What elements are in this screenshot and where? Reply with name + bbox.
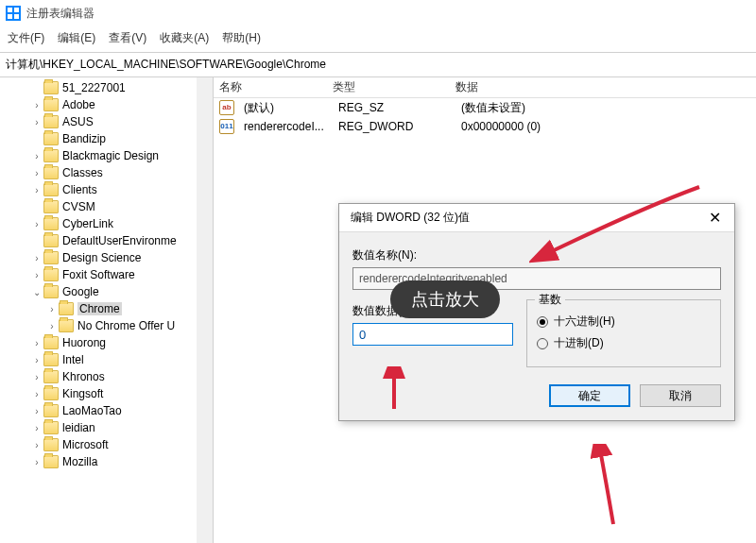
tree-item-label: Huorong bbox=[62, 336, 106, 349]
folder-icon bbox=[43, 370, 59, 383]
folder-icon bbox=[43, 353, 59, 366]
window-title: 注册表编辑器 bbox=[26, 6, 94, 22]
folder-icon bbox=[43, 438, 59, 451]
tree-item[interactable]: ›No Chrome Offer U bbox=[0, 317, 213, 334]
edit-dword-dialog: 编辑 DWORD (32 位)值 ✕ 数值名称(N): 数值数据(V): 基数 … bbox=[338, 203, 735, 421]
menu-help[interactable]: 帮助(H) bbox=[222, 30, 261, 46]
chevron-right-icon[interactable]: › bbox=[30, 151, 43, 161]
chevron-right-icon[interactable]: › bbox=[30, 117, 43, 127]
folder-icon bbox=[43, 387, 59, 400]
radix-group: 基数 十六进制(H) 十进制(D) bbox=[526, 299, 721, 367]
folder-icon bbox=[43, 336, 59, 349]
tree-item-label: Classes bbox=[62, 166, 103, 179]
tree-item-label: Bandizip bbox=[62, 132, 106, 145]
tree-item[interactable]: ›Intel bbox=[0, 351, 213, 368]
tree-item[interactable]: ›Huorong bbox=[0, 334, 213, 351]
radio-dec[interactable]: 十进制(D) bbox=[537, 335, 711, 351]
tree-item[interactable]: ›leidian bbox=[0, 419, 213, 436]
tree-item[interactable]: ›Foxit Software bbox=[0, 266, 213, 283]
chevron-right-icon[interactable]: › bbox=[45, 321, 59, 331]
regedit-icon bbox=[6, 6, 21, 21]
folder-icon bbox=[43, 455, 59, 468]
tree-item[interactable]: ⌄Google bbox=[0, 283, 213, 300]
chevron-right-icon[interactable]: › bbox=[30, 423, 43, 433]
value-name-input[interactable] bbox=[352, 267, 721, 290]
list-row[interactable]: ab(默认)REG_SZ(数值未设置) bbox=[214, 98, 756, 117]
tree-item-label: CVSM bbox=[62, 200, 95, 213]
folder-icon bbox=[43, 81, 59, 94]
menu-file[interactable]: 文件(F) bbox=[8, 30, 44, 46]
tree-item[interactable]: 51_2227001 bbox=[0, 79, 213, 96]
chevron-right-icon[interactable]: › bbox=[30, 457, 43, 467]
radio-hex[interactable]: 十六进制(H) bbox=[537, 314, 711, 330]
chevron-right-icon[interactable]: › bbox=[30, 338, 43, 348]
tree-item-label: Foxit Software bbox=[62, 268, 135, 281]
chevron-right-icon[interactable]: › bbox=[45, 304, 59, 314]
tree-item[interactable]: DefaultUserEnvironme bbox=[0, 232, 213, 249]
chevron-right-icon[interactable]: › bbox=[30, 219, 43, 229]
tree-item[interactable]: ›Clients bbox=[0, 181, 213, 198]
tree-item-label: CyberLink bbox=[62, 217, 113, 230]
tree-item-label: ASUS bbox=[62, 115, 94, 128]
radio-hex-label: 十六进制(H) bbox=[554, 314, 615, 330]
radio-dec-label: 十进制(D) bbox=[554, 335, 604, 351]
folder-icon bbox=[43, 268, 59, 281]
tree-item[interactable]: ›Chrome bbox=[0, 300, 213, 317]
ok-button[interactable]: 确定 bbox=[549, 384, 630, 407]
menu-edit[interactable]: 编辑(E) bbox=[58, 30, 95, 46]
cancel-button[interactable]: 取消 bbox=[640, 384, 721, 407]
col-type[interactable]: 类型 bbox=[327, 79, 450, 95]
cell-name: (默认) bbox=[238, 100, 333, 116]
folder-icon bbox=[43, 149, 59, 162]
tree-item[interactable]: ›Blackmagic Design bbox=[0, 147, 213, 164]
chevron-down-icon[interactable]: ⌄ bbox=[30, 287, 43, 297]
tree-item[interactable]: ›Adobe bbox=[0, 96, 213, 113]
col-name[interactable]: 名称 bbox=[214, 79, 327, 95]
cell-data: (数值未设置) bbox=[455, 100, 756, 116]
chevron-right-icon[interactable]: › bbox=[30, 168, 43, 178]
menu-favorites[interactable]: 收藏夹(A) bbox=[160, 30, 209, 46]
tree-item[interactable]: ›Classes bbox=[0, 164, 213, 181]
chevron-right-icon[interactable]: › bbox=[30, 185, 43, 195]
tree-item-label: 51_2227001 bbox=[62, 81, 126, 94]
menu-view[interactable]: 查看(V) bbox=[109, 30, 146, 46]
tree-pane[interactable]: 51_2227001›Adobe›ASUSBandizip›Blackmagic… bbox=[0, 77, 214, 543]
tree-item[interactable]: ›CyberLink bbox=[0, 215, 213, 232]
binary-value-icon: 011 bbox=[219, 119, 234, 134]
chevron-right-icon[interactable]: › bbox=[30, 406, 43, 416]
tree-item[interactable]: Bandizip bbox=[0, 130, 213, 147]
tree-item[interactable]: ›Mozilla bbox=[0, 453, 213, 470]
tree-item[interactable]: ›Design Science bbox=[0, 249, 213, 266]
tree-item[interactable]: ›Kingsoft bbox=[0, 385, 213, 402]
chevron-right-icon[interactable]: › bbox=[30, 372, 43, 382]
tree-item-label: Design Science bbox=[62, 251, 141, 264]
tree-item[interactable]: ›Khronos bbox=[0, 368, 213, 385]
tree-item[interactable]: ›Microsoft bbox=[0, 436, 213, 453]
chevron-right-icon[interactable]: › bbox=[30, 270, 43, 280]
tree-item[interactable]: CVSM bbox=[0, 198, 213, 215]
tree-item-label: Intel bbox=[62, 353, 84, 366]
dialog-close-button[interactable]: ✕ bbox=[703, 209, 727, 227]
folder-icon bbox=[43, 132, 59, 145]
dialog-title: 编辑 DWORD (32 位)值 bbox=[351, 210, 470, 226]
folder-icon bbox=[43, 234, 59, 247]
tree-item[interactable]: ›LaoMaoTao bbox=[0, 402, 213, 419]
chevron-right-icon[interactable]: › bbox=[30, 440, 43, 450]
address-bar[interactable]: 计算机\HKEY_LOCAL_MACHINE\SOFTWARE\Google\C… bbox=[0, 52, 756, 77]
tree-item-label: Chrome bbox=[77, 302, 122, 315]
col-data[interactable]: 数据 bbox=[450, 79, 756, 95]
folder-icon bbox=[59, 302, 74, 315]
folder-icon bbox=[43, 200, 59, 213]
tree-item-label: Kingsoft bbox=[62, 387, 103, 400]
folder-icon bbox=[43, 251, 59, 264]
chevron-right-icon[interactable]: › bbox=[30, 253, 43, 263]
value-data-input[interactable] bbox=[352, 323, 513, 346]
value-data-label: 数值数据(V): bbox=[352, 303, 513, 319]
tree-item[interactable]: ›ASUS bbox=[0, 113, 213, 130]
list-row[interactable]: 011renderercodeI...REG_DWORD0x00000000 (… bbox=[214, 117, 756, 136]
radio-dec-icon bbox=[537, 338, 548, 349]
cell-type: REG_DWORD bbox=[333, 120, 455, 133]
chevron-right-icon[interactable]: › bbox=[30, 100, 43, 110]
chevron-right-icon[interactable]: › bbox=[30, 389, 43, 399]
chevron-right-icon[interactable]: › bbox=[30, 355, 43, 365]
